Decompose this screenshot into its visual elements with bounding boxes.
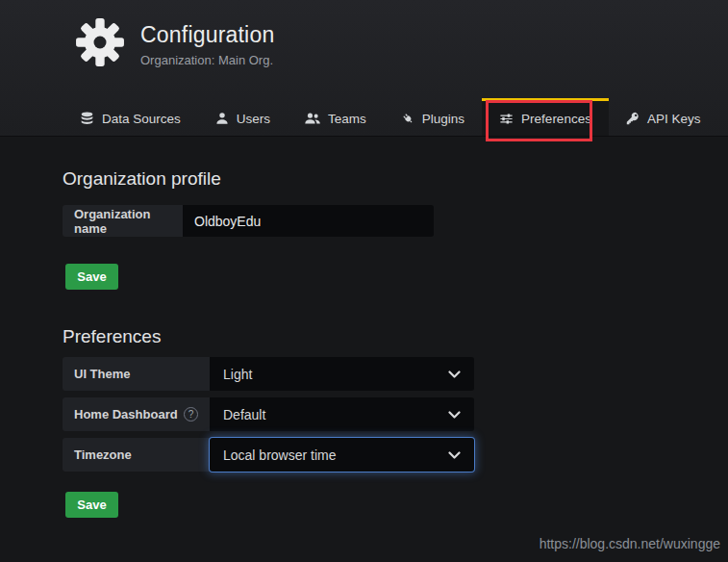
save-org-button[interactable]: Save <box>65 264 118 290</box>
main-content: Organization profile Organization name S… <box>0 137 728 518</box>
timezone-row: Timezone Local browser time <box>63 438 474 472</box>
home-dashboard-label-text: Home Dashboard <box>74 407 178 422</box>
tab-api-keys[interactable]: API Keys <box>609 98 718 136</box>
ui-theme-row: UI Theme Light <box>63 357 474 391</box>
users-icon <box>305 112 320 125</box>
tab-bar: Data Sources Users <box>63 98 717 136</box>
page-title: Configuration <box>140 22 274 48</box>
tab-plugins[interactable]: Plugins <box>384 98 482 136</box>
home-dashboard-value: Default <box>223 407 265 422</box>
ui-theme-select[interactable]: Light <box>210 357 474 391</box>
timezone-value: Local browser time <box>223 447 337 463</box>
grafana-configuration-page: Configuration Organization: Main Org. Da… <box>0 0 728 562</box>
ui-theme-value: Light <box>223 367 252 382</box>
tab-label: Data Sources <box>102 112 181 126</box>
org-name-row: Organization name <box>63 205 434 237</box>
ui-theme-label-text: UI Theme <box>74 367 131 381</box>
tab-teams[interactable]: Teams <box>288 98 384 136</box>
watermark-url: https://blog.csdn.net/wuxingge <box>540 536 720 551</box>
tab-label: Teams <box>328 112 366 126</box>
key-icon <box>626 112 640 125</box>
tab-label: Users <box>237 112 270 126</box>
chevron-down-icon <box>448 370 461 378</box>
org-name-input[interactable] <box>183 205 434 237</box>
header-text: Configuration Organization: Main Org. <box>140 22 274 67</box>
plug-icon <box>401 112 414 125</box>
user-icon <box>215 112 229 125</box>
database-icon <box>80 112 94 126</box>
home-dashboard-row: Home Dashboard ? Default <box>63 397 474 431</box>
tab-label: Plugins <box>422 112 464 126</box>
sliders-icon <box>499 112 514 126</box>
gear-icon <box>75 17 125 71</box>
preferences-heading: Preferences <box>63 326 728 347</box>
chevron-down-icon <box>448 451 461 459</box>
tab-label: Preferences <box>521 112 591 126</box>
help-icon[interactable]: ? <box>184 407 198 422</box>
org-profile-heading: Organization profile <box>63 168 728 190</box>
tab-label: API Keys <box>647 112 701 126</box>
timezone-label: Timezone <box>63 438 210 472</box>
save-preferences-button[interactable]: Save <box>65 492 118 518</box>
tab-data-sources[interactable]: Data Sources <box>63 98 198 136</box>
ui-theme-label: UI Theme <box>63 357 210 391</box>
chevron-down-icon <box>448 411 461 419</box>
home-dashboard-select[interactable]: Default <box>210 397 474 431</box>
tab-users[interactable]: Users <box>198 98 288 136</box>
timezone-select[interactable]: Local browser time <box>210 438 474 472</box>
timezone-label-text: Timezone <box>74 447 132 462</box>
page-header: Configuration Organization: Main Org. Da… <box>0 0 728 137</box>
page-subtitle: Organization: Main Org. <box>140 53 274 67</box>
header-title-group: Configuration Organization: Main Org. <box>0 0 728 71</box>
tab-preferences[interactable]: Preferences <box>482 98 609 136</box>
org-name-label: Organization name <box>63 205 183 237</box>
home-dashboard-label: Home Dashboard ? <box>63 397 210 431</box>
